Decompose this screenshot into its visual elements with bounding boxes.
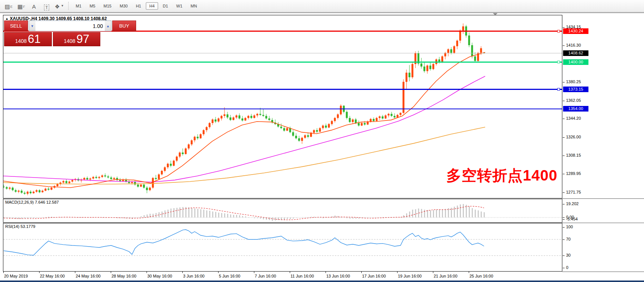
text-tool-button[interactable]: A xyxy=(28,1,40,11)
macd-panel: MACD(12,26,9) 7.646 12.587 xyxy=(3,199,562,223)
time-tick xyxy=(147,272,147,273)
buy-price-button[interactable]: 1408 97 xyxy=(53,32,101,46)
one-click-trading-panel: SELL ▼ ▲ BUY 1408 61 1408 97 xyxy=(4,21,100,46)
price-tick: 1362.05 xyxy=(566,98,581,103)
macd-label: MACD(12,26,9) 7.646 12.587 xyxy=(5,200,59,204)
pattern-tool-icon: ▨ xyxy=(4,3,10,10)
time-label: 24 May 16:00 xyxy=(76,274,101,278)
time-tick xyxy=(397,272,398,273)
time-tick xyxy=(433,272,433,273)
panel-separator xyxy=(562,223,644,223)
time-label: 11 Jun 16:00 xyxy=(290,274,314,278)
time-tick xyxy=(111,272,111,273)
rsi-canvas[interactable] xyxy=(3,223,562,271)
fibo-grid-tool-button[interactable]: ▦F xyxy=(16,1,27,11)
price-tick: 1289.95 xyxy=(566,171,581,176)
timeframe-m5-button[interactable]: M5 xyxy=(86,2,98,10)
axis-tick-mark xyxy=(563,227,565,228)
axis-tick-mark xyxy=(563,204,565,204)
time-label: 20 May 2019 xyxy=(4,274,28,278)
cursor-tool-button[interactable]: ❖▼ xyxy=(54,1,65,11)
chart-annotation[interactable]: 多空转折点1400 xyxy=(446,165,557,186)
textbox-tool-icon: T xyxy=(44,4,50,10)
window-bottom-edge xyxy=(0,281,644,282)
time-tick xyxy=(290,272,290,273)
cursor-tool-icon: ❖ xyxy=(55,3,60,10)
buy-button[interactable]: BUY xyxy=(112,21,136,31)
sell-price-big: 61 xyxy=(28,33,41,46)
price-tick: 1308.15 xyxy=(566,153,581,157)
rsi-tick: 30 xyxy=(566,253,571,257)
time-label: 21 Jun 16:00 xyxy=(434,274,458,278)
line-handle[interactable] xyxy=(557,61,560,63)
volume-input[interactable] xyxy=(35,21,105,31)
timeframe-m1-button[interactable]: M1 xyxy=(72,2,85,10)
price-axis[interactable]: 1434.151416.301398.101380.251362.051344.… xyxy=(563,15,644,281)
timeframe-h1-button[interactable]: H1 xyxy=(132,2,144,10)
timeframe-mn-button[interactable]: MN xyxy=(187,2,200,10)
axis-tick-mark xyxy=(563,27,565,28)
time-label: 30 May 16:00 xyxy=(147,274,172,278)
time-tick xyxy=(75,272,75,273)
price-tick: 1380.25 xyxy=(566,79,581,84)
timeframe-w1-button[interactable]: W1 xyxy=(173,2,186,10)
pattern-tool-button[interactable]: ▨E xyxy=(3,1,14,11)
axis-tick-mark xyxy=(563,46,565,46)
sell-price-small: 1408 xyxy=(15,35,26,47)
price-tick: 1271.75 xyxy=(566,190,581,194)
time-tick xyxy=(361,272,362,273)
textbox-tool-button[interactable]: T xyxy=(41,1,52,11)
line-handle[interactable] xyxy=(557,30,560,32)
volume-increase-button[interactable]: ▲ xyxy=(105,21,111,31)
support-line-1373[interactable] xyxy=(3,88,562,90)
time-axis[interactable]: 20 May 201922 May 16:0024 May 16:0028 Ma… xyxy=(3,272,562,281)
buy-price-big: 97 xyxy=(76,33,89,46)
rsi-tick: 100 xyxy=(566,225,573,229)
timeframe-d1-button[interactable]: D1 xyxy=(160,2,172,10)
time-tick xyxy=(254,272,254,273)
timeframe-m15-button[interactable]: M15 xyxy=(100,2,115,10)
sell-price-button[interactable]: 1408 61 xyxy=(4,32,52,46)
fibo-grid-tool-icon: ▦ xyxy=(18,3,23,10)
time-label: 13 Jun 16:00 xyxy=(326,274,350,278)
time-label: 25 Jun 16:00 xyxy=(469,274,493,278)
macd-tick: 19.202 xyxy=(566,201,579,206)
time-label: 7 Jun 16:00 xyxy=(255,274,276,278)
axis-tick-mark xyxy=(563,192,565,193)
rsi-tick: 70 xyxy=(566,237,571,241)
time-tick xyxy=(182,272,183,273)
time-tick xyxy=(39,272,40,273)
symbol-arrow-icon: ▲ xyxy=(5,17,9,21)
rsi-line xyxy=(4,230,484,256)
sell-button[interactable]: SELL xyxy=(4,21,28,31)
volume-decrease-button[interactable]: ▼ xyxy=(29,21,35,31)
timeframe-group: M1M5M15M30H1H4D1W1MN xyxy=(72,2,200,10)
timeframe-m30-button[interactable]: M30 xyxy=(116,2,131,10)
time-label: 22 May 16:00 xyxy=(40,274,65,278)
time-label: 19 Jun 16:00 xyxy=(398,274,422,278)
time-tick xyxy=(469,272,469,273)
axis-tick-mark xyxy=(563,239,565,240)
rsi-panel: RSI(14) 53.1779 xyxy=(3,223,562,272)
rsi-label: RSI(14) 53.1779 xyxy=(5,224,35,229)
panel-separator xyxy=(562,272,644,272)
price-badge-1354.00: 1354.00 xyxy=(563,106,588,112)
line-handle[interactable] xyxy=(557,88,560,90)
macd-histogram xyxy=(4,204,484,221)
time-tick xyxy=(218,272,219,273)
axis-tick-mark xyxy=(563,217,565,218)
macd-canvas[interactable] xyxy=(3,199,562,222)
dropdown-caret-icon: ▼ xyxy=(61,2,64,10)
axis-tick-mark xyxy=(563,119,565,119)
axis-tick-mark xyxy=(563,256,565,256)
time-label: 5 Jun 16:00 xyxy=(219,274,241,278)
time-tick xyxy=(326,272,326,273)
axis-tick-mark xyxy=(563,174,565,174)
time-label: 28 May 16:00 xyxy=(111,274,136,278)
drawing-tools-group: ▨E▦FAT❖▼ xyxy=(3,1,65,11)
rsi-tick: 0 xyxy=(566,265,568,270)
timeframe-h4-button[interactable]: H4 xyxy=(146,2,158,10)
price-tick: 1416.30 xyxy=(566,43,581,47)
axis-tick-mark xyxy=(563,156,565,156)
text-tool-icon: A xyxy=(32,3,36,10)
